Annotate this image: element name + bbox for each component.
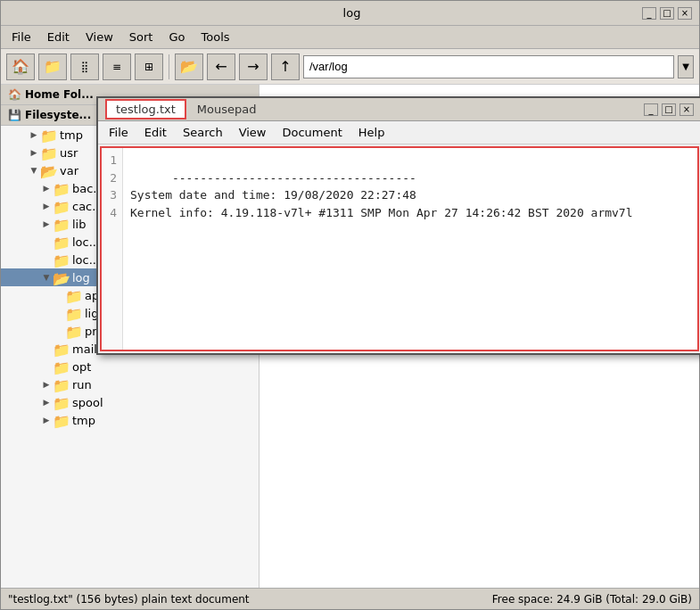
back-button[interactable]: ← [207, 54, 235, 80]
bookmark-button[interactable]: 📁 [38, 54, 67, 80]
mp-minimize-button[interactable]: _ [644, 103, 658, 116]
tree-label: opt [72, 360, 91, 374]
mp-text-editor[interactable]: ----------------------------------- Syst… [123, 148, 697, 350]
mp-menu-edit[interactable]: Edit [137, 124, 174, 141]
view-icon: ≡ [112, 61, 121, 73]
text-line-3: Kernel info: 4.19.118-v7l+ #1311 SMP Mon… [130, 206, 633, 219]
folder-icon: 📁 [53, 217, 69, 231]
expander-icon: ▶ [40, 396, 53, 408]
home-button[interactable]: 🏠 [6, 54, 35, 80]
line-number: 2 [107, 169, 117, 187]
mp-menubar: File Edit Search View Document Help [98, 121, 700, 144]
fm-wm-buttons: _ □ × [642, 7, 692, 20]
expander-icon: ▼ [40, 271, 53, 284]
folder-icon: 📁 [65, 288, 81, 302]
filesystem-icon: 💾 [8, 109, 21, 121]
home-icon: 🏠 [12, 58, 29, 75]
tree-icon: ⣿ [81, 61, 89, 73]
folder-icon: 📁 [53, 342, 69, 356]
folder-icon: 📁 [53, 377, 69, 392]
address-dropdown-button[interactable]: ▼ [678, 55, 694, 78]
expander-icon [53, 289, 65, 301]
expander-icon [40, 235, 53, 248]
mp-line-numbers: 1 2 3 4 [102, 148, 123, 350]
up-button[interactable]: ↑ [271, 54, 300, 80]
expander-icon: ▶ [28, 128, 40, 141]
sidebar-item-run[interactable]: ▶ 📁 run [1, 375, 259, 393]
folder-icon: 📁 [53, 235, 69, 249]
expander-icon: ▶ [40, 414, 53, 426]
folder-icon: 📁 [53, 252, 69, 267]
mousepad-window: testlog.txt Mousepad _ □ × File Edit Sea… [96, 96, 700, 355]
expander-icon [53, 307, 65, 319]
open-folder-button[interactable]: 📂 [175, 54, 203, 80]
view2-button[interactable]: ⊞ [135, 54, 163, 80]
folder-icon: 📂 [53, 270, 69, 284]
expander-icon: ▶ [40, 200, 53, 212]
folder-icon: 📁 [65, 324, 81, 338]
sidebar-item-spool[interactable]: ▶ 📁 spool [1, 393, 259, 411]
folder-icon: 📁 [53, 199, 69, 213]
fm-menu-view[interactable]: View [78, 29, 120, 45]
fm-menu-go[interactable]: Go [161, 29, 192, 45]
mp-menu-help[interactable]: Help [351, 124, 392, 141]
fm-toolbar: 🏠 📁 ⣿ ≡ ⊞ 📂 ← → ↑ ▼ [1, 49, 699, 85]
expander-icon [53, 325, 65, 337]
tree-label: var [60, 164, 78, 177]
up-icon: ↑ [279, 58, 291, 75]
folder-icon: 📂 [40, 163, 56, 177]
tree-label: spool [72, 396, 103, 409]
toolbar-separator [169, 54, 169, 79]
mp-menu-view[interactable]: View [232, 124, 274, 141]
mp-menu-document[interactable]: Document [275, 124, 349, 141]
expander-icon: ▶ [40, 218, 53, 230]
folder-icon: 📁 [53, 395, 69, 409]
expander-icon: ▶ [28, 146, 40, 159]
mp-wm-buttons: _ □ × [644, 103, 694, 116]
mp-text-content: 1 2 3 4 --------------------------------… [100, 146, 699, 351]
mp-maximize-button[interactable]: □ [662, 103, 676, 116]
back-icon: ← [215, 58, 226, 75]
expander-icon: ▶ [40, 182, 53, 194]
folder-icon: 📁 [65, 306, 81, 320]
text-line-2: System date and time: 19/08/2020 22:27:4… [130, 188, 416, 202]
line-number: 4 [107, 204, 117, 222]
tree-label: tmp [72, 414, 95, 427]
status-free-space: Free space: 24.9 GiB (Total: 29.0 GiB) [492, 593, 692, 606]
mp-menu-file[interactable]: File [102, 124, 136, 141]
text-line-1: ----------------------------------- [172, 171, 416, 185]
mp-menu-search[interactable]: Search [176, 124, 230, 141]
fm-maximize-button[interactable]: □ [660, 7, 674, 20]
address-input[interactable] [303, 55, 674, 78]
fm-menu-edit[interactable]: Edit [40, 29, 77, 45]
fm-minimize-button[interactable]: _ [642, 7, 656, 20]
expander-icon: ▼ [28, 164, 40, 177]
bookmark-icon: 📁 [44, 58, 62, 75]
folder-icon: 📁 [53, 413, 69, 427]
forward-icon: → [247, 58, 259, 75]
fm-menu-sort[interactable]: Sort [122, 29, 161, 45]
expander-icon [40, 342, 53, 355]
expander-icon [40, 253, 53, 266]
fm-menu-file[interactable]: File [4, 29, 38, 45]
fm-menu-tools[interactable]: Tools [194, 29, 237, 45]
view-button[interactable]: ≡ [103, 54, 131, 80]
tree-label: run [72, 378, 92, 392]
fm-close-button[interactable]: × [678, 7, 692, 20]
forward-button[interactable]: → [239, 54, 268, 80]
line-number: 3 [107, 186, 117, 204]
mp-close-button[interactable]: × [679, 103, 694, 116]
sidebar-item-opt[interactable]: 📁 opt [1, 358, 259, 375]
sidebar-item-tmp2[interactable]: ▶ 📁 tmp [1, 411, 259, 429]
mp-title-tab: testlog.txt [105, 99, 186, 120]
fm-statusbar: "testlog.txt" (156 bytes) plain text doc… [1, 588, 699, 609]
expander-icon: ▶ [40, 378, 53, 391]
line-number: 1 [107, 152, 117, 169]
home-folder-label: Home Fol... [25, 88, 94, 101]
folder-icon: 📁 [53, 359, 69, 374]
tree-button[interactable]: ⣿ [70, 54, 99, 80]
folder-icon: 📁 [40, 145, 56, 160]
fm-address-bar: ▼ [303, 55, 694, 78]
mp-app-name: Mousepad [194, 103, 257, 116]
tree-label: usr [60, 146, 78, 160]
